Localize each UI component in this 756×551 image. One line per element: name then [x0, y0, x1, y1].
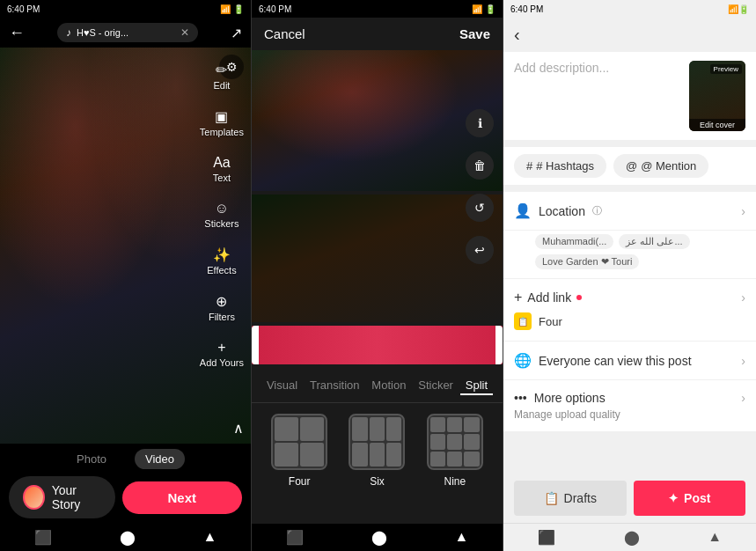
- link-app-icon: 📋: [514, 312, 532, 330]
- p3-nav-triangle-icon[interactable]: ▲: [708, 529, 722, 546]
- add-yours-icon: +: [217, 340, 225, 356]
- drafts-button[interactable]: 📋 Drafts: [514, 481, 627, 516]
- back-button[interactable]: ←: [9, 24, 25, 42]
- video-preview-area: ⚙ ✏ Edit ▣ Templates Aa Text ☺ Stickers …: [0, 48, 251, 444]
- stickers-label: Stickers: [204, 218, 239, 229]
- tab-sticker[interactable]: Sticker: [413, 375, 459, 395]
- location-pill-1[interactable]: Muhammadi(...: [535, 234, 613, 249]
- save-button[interactable]: Save: [459, 26, 490, 41]
- effects-tool[interactable]: ✨ Effects: [200, 246, 244, 276]
- split-four-option[interactable]: Four: [271, 414, 327, 488]
- more-options-section: ••• More options › Manage upload quality: [503, 380, 756, 431]
- p2-nav-circle-icon[interactable]: ⬤: [371, 529, 387, 546]
- tab-transition[interactable]: Transition: [305, 375, 365, 395]
- add-link-header[interactable]: + Add link ›: [514, 290, 745, 305]
- status-icons-3: 📶🔋: [728, 4, 749, 14]
- mention-icon: @: [626, 159, 637, 173]
- tab-split[interactable]: Split: [460, 375, 493, 395]
- share-icon[interactable]: ↗: [231, 25, 242, 41]
- required-dot: [576, 295, 582, 300]
- audio-track-name: H♥S - orig...: [77, 27, 177, 38]
- more-options-row[interactable]: ••• More options ›: [514, 391, 745, 405]
- p1-nav-bar: ⬛ ⬤ ▲: [0, 524, 251, 551]
- add-link-left: + Add link: [514, 290, 582, 305]
- timeline-handle-left[interactable]: [252, 326, 259, 364]
- link-item: 📋 Four: [514, 312, 745, 330]
- description-input[interactable]: Add description...: [514, 61, 682, 75]
- location-section[interactable]: 👤 Location ⓘ ›: [503, 192, 756, 230]
- mention-label: @ Mention: [641, 159, 696, 173]
- tab-video[interactable]: Video: [135, 449, 185, 469]
- split-options: Four Six: [252, 403, 503, 498]
- filters-tool[interactable]: ⊕ Filters: [200, 293, 244, 322]
- text-tool[interactable]: Aa Text: [200, 155, 244, 183]
- split-six-label: Six: [370, 475, 385, 488]
- timeline-handle-right[interactable]: [495, 326, 503, 364]
- right-tools-panel: ✏ Edit ▣ Templates Aa Text ☺ Stickers ✨ …: [200, 62, 244, 368]
- expand-icon[interactable]: ∧: [233, 420, 244, 437]
- location-chevron: ›: [741, 204, 745, 218]
- preview-thumbnail[interactable]: Preview Edit cover: [689, 61, 745, 131]
- time-3: 6:40 PM: [510, 4, 543, 14]
- p2-nav-square-icon[interactable]: ⬛: [286, 529, 304, 546]
- more-options-sub: Manage upload quality: [514, 408, 745, 421]
- status-icons-1: 📶 🔋: [220, 4, 244, 14]
- globe-icon: 🌐: [514, 352, 532, 369]
- cancel-button[interactable]: Cancel: [264, 26, 305, 41]
- status-bar-2: 6:40 PM 📶 🔋: [252, 0, 503, 18]
- cell-4: [300, 443, 324, 467]
- panel-split-editor: 6:40 PM 📶 🔋 Cancel Save ℹ 🗑 ↺ ↩ Visual T…: [252, 0, 503, 551]
- split-nine-option[interactable]: Nine: [427, 414, 483, 488]
- post-label: Post: [684, 491, 710, 505]
- text-icon: Aa: [213, 155, 231, 171]
- tab-photo[interactable]: Photo: [66, 449, 117, 469]
- close-audio-icon[interactable]: ✕: [180, 26, 189, 39]
- your-story-label: Your Story: [52, 483, 101, 511]
- undo-button[interactable]: ↩: [466, 236, 494, 264]
- p1-bottom-bar: Photo Video Your Story Next: [0, 444, 251, 524]
- p2-timeline[interactable]: [252, 326, 503, 364]
- edit-cover-label[interactable]: Edit cover: [689, 119, 745, 131]
- text-label: Text: [213, 173, 231, 183]
- your-story-button[interactable]: Your Story: [9, 476, 115, 518]
- location-pill-3[interactable]: Love Garden ❤ Touri: [535, 254, 639, 269]
- mention-button[interactable]: @ @ Mention: [613, 154, 708, 178]
- stickers-icon: ☺: [215, 201, 229, 217]
- next-button[interactable]: Next: [122, 481, 243, 514]
- visibility-section[interactable]: 🌐 Everyone can view this post ›: [503, 342, 756, 379]
- nav-triangle-icon[interactable]: ▲: [203, 529, 217, 546]
- templates-tool[interactable]: ▣ Templates: [200, 108, 244, 137]
- stickers-tool[interactable]: ☺ Stickers: [200, 201, 244, 229]
- nav-square-icon[interactable]: ⬛: [34, 529, 52, 546]
- add-yours-tool[interactable]: + Add Yours: [200, 340, 244, 368]
- nav-circle-icon[interactable]: ⬤: [120, 529, 136, 546]
- cell-1: [275, 417, 298, 441]
- story-avatar: [23, 485, 45, 510]
- p3-nav-bar: ⬛ ⬤ ▲: [503, 523, 756, 551]
- add-link-chevron: ›: [741, 290, 745, 305]
- add-yours-label: Add Yours: [200, 357, 244, 368]
- filters-icon: ⊕: [216, 293, 227, 310]
- split-six-option[interactable]: Six: [349, 414, 405, 488]
- post-button[interactable]: ✦ Post: [634, 481, 746, 516]
- p3-nav-circle-icon[interactable]: ⬤: [624, 529, 640, 546]
- rotate-button[interactable]: ↺: [466, 194, 494, 222]
- tab-visual[interactable]: Visual: [261, 375, 303, 395]
- p3-back-button[interactable]: ‹: [514, 25, 520, 45]
- info-button[interactable]: ℹ: [466, 109, 494, 137]
- tab-motion[interactable]: Motion: [366, 375, 411, 395]
- delete-button[interactable]: 🗑: [466, 151, 494, 180]
- location-pill-2[interactable]: على الله عز...: [619, 234, 689, 249]
- cell-3: [275, 443, 298, 467]
- preview-container: Preview Edit cover: [689, 61, 745, 131]
- hashtags-label: # Hashtags: [536, 159, 594, 173]
- status-icons-2: 📶 🔋: [472, 4, 495, 14]
- p3-header: ‹: [503, 18, 756, 52]
- hashtags-button[interactable]: # # Hashtags: [514, 154, 606, 178]
- edit-tool[interactable]: ✏ Edit: [200, 62, 244, 91]
- p3-nav-square-icon[interactable]: ⬛: [538, 529, 555, 546]
- drafts-label: Drafts: [564, 491, 597, 505]
- p2-nav-triangle-icon[interactable]: ▲: [455, 529, 469, 546]
- status-bar-3: 6:40 PM 📶🔋: [503, 0, 756, 18]
- audio-pill[interactable]: ♪ H♥S - orig... ✕: [57, 23, 198, 42]
